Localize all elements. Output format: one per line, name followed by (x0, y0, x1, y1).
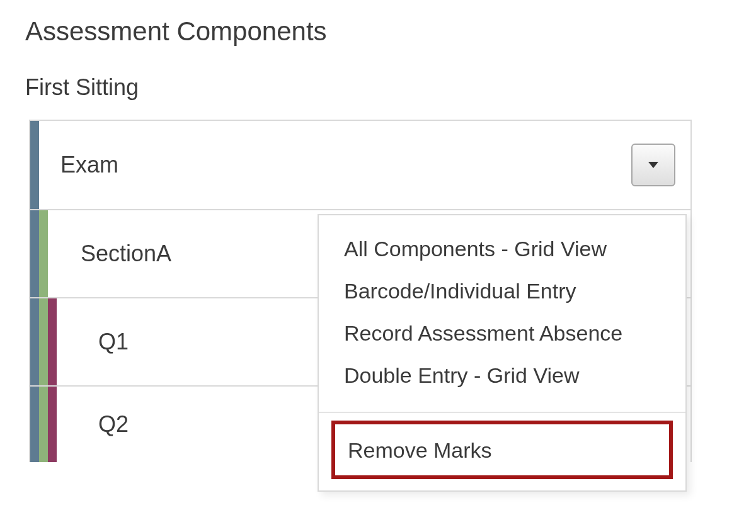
section-subtitle: First Sitting (25, 74, 731, 101)
row-exam[interactable]: Exam (30, 121, 690, 210)
level-bar-magenta (48, 387, 57, 462)
level-bar-blue (30, 387, 39, 462)
exam-dropdown-menu: All Components - Grid View Barcode/Indiv… (318, 214, 687, 492)
menu-item-double-entry[interactable]: Double Entry - Grid View (344, 354, 660, 397)
row-q1-label: Q1 (98, 329, 129, 355)
menu-item-remove-marks[interactable]: Remove Marks (348, 438, 656, 463)
row-q2-label: Q2 (98, 411, 129, 438)
menu-item-record-absence[interactable]: Record Assessment Absence (344, 312, 660, 354)
level-bar-magenta (48, 298, 57, 385)
menu-group-main: All Components - Grid View Barcode/Indiv… (319, 215, 685, 413)
components-panel: Exam SectionA Q1 Q2 (29, 120, 692, 462)
menu-item-barcode-entry[interactable]: Barcode/Individual Entry (344, 270, 660, 312)
menu-item-remove-marks-highlight: Remove Marks (331, 421, 673, 479)
level-bar-green (39, 298, 48, 385)
page-title: Assessment Components (25, 16, 731, 47)
level-bar-blue (30, 121, 39, 209)
level-bar-blue (30, 210, 39, 297)
level-bar-green (39, 210, 48, 297)
level-bar-green (39, 387, 48, 462)
exam-dropdown-button[interactable] (631, 144, 675, 186)
row-section-a-label: SectionA (81, 241, 171, 267)
row-exam-label: Exam (60, 152, 118, 178)
caret-down-icon (648, 162, 658, 168)
level-bar-blue (30, 298, 39, 385)
menu-item-grid-view[interactable]: All Components - Grid View (344, 228, 660, 270)
